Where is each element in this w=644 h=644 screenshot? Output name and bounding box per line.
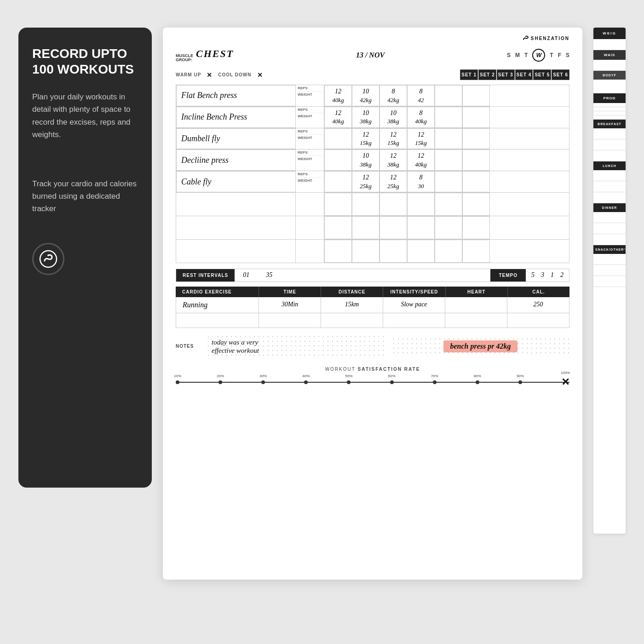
ex4-s1 [324,150,352,171]
rsp-bodyf: BODYF [593,71,626,80]
notes-dotted-area: today was a veryeffective workout [206,334,384,358]
reps-label-2: REPS [296,107,324,113]
notes-row: NOTES today was a veryeffective workout … [176,334,569,358]
ex3-s1 [324,128,352,150]
day-T2: T [550,52,553,58]
warmup-label: WARM UP [176,72,201,77]
ex5-s1 [324,171,352,192]
exercise-row-2: Incline Bench Press REPS WEIGHT 12 40kg … [176,106,569,128]
body-text2: Track your cardio and calories burned us… [32,178,138,215]
cardio-data-row-1: Running 30Min 15km Slow pace 250 [176,297,569,313]
workout-sheet: SHENZATION MUSCLEGROUP: CHEST 13 / NOV S… [163,28,582,580]
rsp-lunch: LUNCH [593,161,626,170]
sat-60: 60% [390,380,394,384]
muscle-group: MUSCLEGROUP: CHEST [176,48,234,62]
ex1-s5 [435,85,462,106]
tempo-val-1: 5 [531,271,535,279]
reps-label-5: REPS [296,171,324,178]
ex4-s2: 10 38kg [352,150,380,171]
weight-label-4: WEIGHT [296,156,324,162]
day-M: M [515,52,520,58]
cardio-intensity-header: INTENSITY/SPEED [383,287,445,297]
main-container: RECORD UPTO 100 WORKOUTS Plan your daily… [18,28,626,616]
day-F: F [558,52,561,58]
ex2-s4: 8 40kg [407,107,435,128]
empty-rw-8 [296,240,324,263]
rsp-row6 [593,111,626,115]
tempo-val-2: 3 [541,271,544,279]
sat-x-mark: 100% ✕ [561,377,569,387]
set-header-4: SET 4 [515,69,533,80]
body-text: Plan your daily workouts in detail with … [32,91,138,141]
rsp-row3 [593,80,626,93]
cooldown-x: ✕ [257,71,263,79]
exercise-row-5: Cable fly REPS WEIGHT 12 25kg 12 25kg 8 [176,171,569,193]
exercises-section: Flat Bench press REPS WEIGHT 12 40kg 10 … [176,85,569,263]
ex3-s6 [462,128,490,150]
empty-name-7 [176,216,296,239]
brand-name: SHENZATION [531,36,569,41]
rsp-snack: SNACK/OTHER'S [593,245,626,254]
brand-logo: SHENZATION [523,35,569,41]
exercise-name-cell-1: Flat Bench press [176,85,296,106]
exercise-row-7 [176,216,569,240]
brand-icon [523,35,529,41]
set-header-5: SET 5 [533,69,551,80]
ex4-s4: 12 40kg [407,150,435,171]
rest-intervals-row: REST INTERVALS 01 35 TEMPO 5 3 1 2 [176,269,569,282]
sat-10: 10% [176,380,179,384]
date-display: 13 / NOV [356,51,385,59]
rsp-prod: PROD [593,93,626,103]
pr-highlight: bench press pr 42kg [443,340,517,352]
cardio-intensity: Slow pace [383,297,445,313]
ex5-s3: 12 25kg [380,171,407,192]
set-header-1: SET 1 [460,69,478,80]
reps-label-4: REPS [296,150,324,156]
rsp-breakfast: BREAKFAST [593,120,626,128]
cardio-heart-header: HEART [445,287,507,297]
ex1-s2: 10 42kg [352,85,380,106]
cardio-section: CARDIO EXERCISE TIME DISTANCE INTENSITY/… [176,287,569,328]
ex5-s2: 12 25kg [352,171,380,192]
notes-label: NOTES [176,344,199,349]
exercise-name-3: Dumbell fly [181,134,220,144]
empty-rw-6 [296,193,324,216]
ex3-s4: 12 15kg [407,128,435,150]
weight-label-2: WEIGHT [296,113,324,119]
sheet-header: MUSCLEGROUP: CHEST 13 / NOV S M T W T F … [176,48,569,62]
rsp-wais: WAIS [593,50,626,60]
rsp-row2 [593,60,626,71]
cardio-time-header: TIME [259,287,321,297]
cardio-cal-header: CAL. [507,287,569,297]
shenzation-logo-icon [39,250,58,268]
exercise-name-1: Flat Bench press [181,91,237,100]
svg-point-1 [47,254,49,256]
cooldown-label: COOL DOWN [218,72,251,77]
exercise-row-1: Flat Bench press REPS WEIGHT 12 40kg 10 … [176,85,569,107]
exercise-row-8 [176,239,569,263]
satisfaction-bar: 10% 20% 30% 40% [176,375,569,389]
day-W-active: W [532,49,545,62]
rest-value-1: 01 [235,271,258,279]
muscle-label: MUSCLEGROUP: [176,54,193,62]
cardio-exercise-name: Running [176,297,259,313]
ex2-s6 [462,107,490,128]
tempo-values: 5 3 1 2 [526,271,569,279]
ex4-s6 [462,150,490,171]
ex2-s1: 12 40kg [324,107,352,128]
exercise-name-5: Cable fly [181,177,212,187]
ex3-s3: 12 15kg [380,128,407,150]
empty-name-8 [176,240,296,263]
ex5-s6 [462,171,490,192]
ex2-s3: 10 38kg [380,107,407,128]
warmup-x: ✕ [207,71,213,79]
tempo-val-4: 2 [560,271,564,279]
left-panel: RECORD UPTO 100 WORKOUTS Plan your daily… [18,28,152,488]
reps-label-3: REPS [296,128,324,135]
sat-dots-row: 10% 20% 30% 40% [176,377,569,387]
exercise-name-2: Incline Bench Press [181,112,247,122]
empty-name-6 [176,193,296,216]
ex3-s2: 12 15kg [352,128,380,150]
ex1-s4: 8 42 [407,85,435,106]
cardio-time: 30Min [259,297,321,313]
